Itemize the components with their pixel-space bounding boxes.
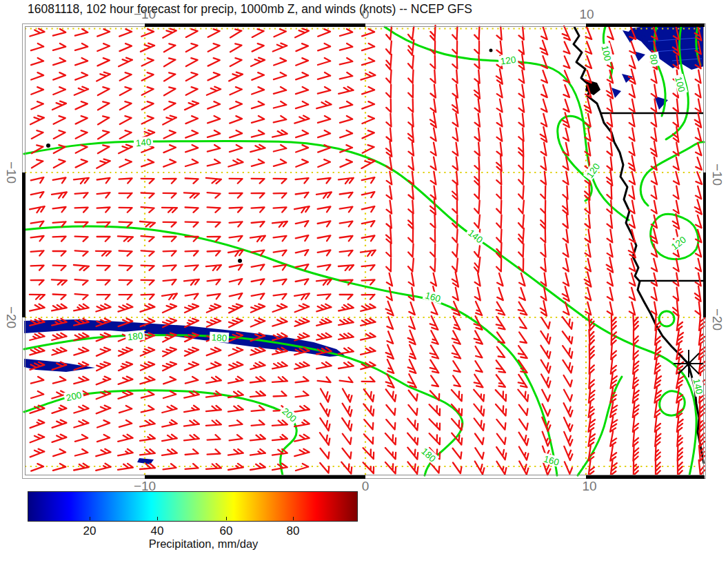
precip-colorbar (28, 491, 358, 522)
precip-ne-patch (628, 27, 704, 70)
weather-chart: 16081118, 102 hour forecast for precip, … (0, 0, 728, 563)
contour-label-180: 180 (418, 444, 439, 465)
svg-text:200: 200 (65, 390, 83, 403)
colorbar-tick-40: 40 (151, 524, 164, 538)
contour-label-160: 160 (422, 289, 443, 305)
colorbar-tick-mark (293, 517, 294, 520)
contour-label-140: 140 (133, 136, 153, 148)
contour-label-200: 200 (279, 404, 300, 425)
svg-text:120: 120 (500, 55, 516, 67)
svg-text:100: 100 (600, 45, 613, 62)
contour-180 (24, 335, 463, 475)
contour-120-inland-d (660, 391, 685, 415)
svg-text:180: 180 (127, 330, 143, 342)
island-sthelena (238, 259, 242, 263)
wind-barb-strokes (30, 26, 705, 475)
colorbar-tick-20: 20 (83, 524, 97, 538)
contour-120-inland-c (659, 311, 674, 326)
contour-label-100: 100 (599, 43, 614, 63)
colorbar-tick-mark (90, 517, 90, 520)
island-ascension (46, 144, 50, 148)
station-star-marker (674, 350, 704, 377)
contour-120-inland-a (640, 142, 704, 206)
contour-120-inland-b (651, 214, 698, 259)
contour-200 (24, 391, 296, 475)
colorbar-tick-mark (157, 517, 158, 520)
svg-text:180: 180 (211, 333, 227, 344)
colorbar-tick-mark (226, 517, 227, 520)
svg-text:80: 80 (648, 53, 660, 65)
contour-label-120: 120 (498, 54, 518, 67)
contour-label-180: 180 (210, 332, 230, 344)
island-annobon (489, 49, 493, 52)
contour-label-200: 200 (63, 389, 84, 404)
svg-text:160: 160 (424, 290, 442, 304)
svg-text:140: 140 (135, 137, 152, 148)
contour-label-120: 120 (667, 233, 689, 253)
contour-label-100: 100 (672, 74, 687, 95)
colorbar-caption: Precipitation, mm/day (149, 537, 259, 551)
contour-label-180: 180 (125, 330, 145, 342)
colorbar-tick-80: 80 (287, 524, 300, 538)
map-plot: 1201008010014012012014016018018020020018… (0, 0, 728, 563)
contour-160b (578, 377, 622, 475)
colorbar-tick-60: 60 (220, 524, 233, 538)
wind-barbs (30, 26, 705, 475)
svg-text:140: 140 (691, 378, 705, 395)
contour-label-80: 80 (647, 52, 660, 68)
